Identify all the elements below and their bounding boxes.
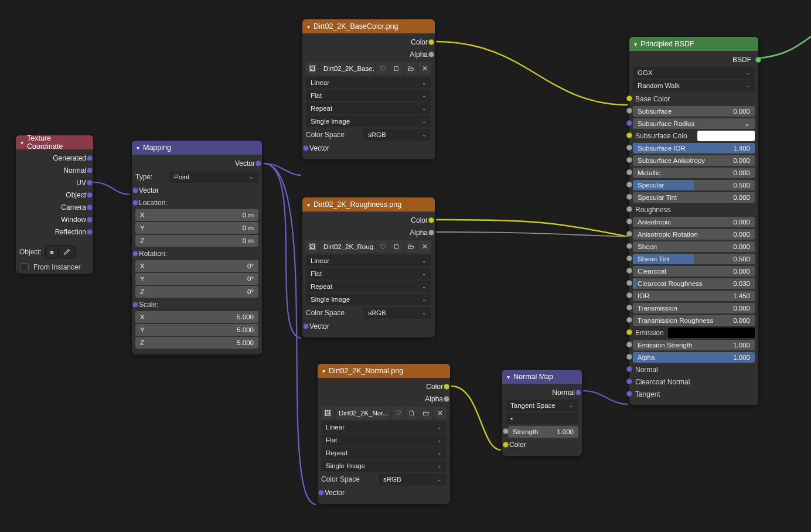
interpolation-dropdown[interactable]: Linear⌄	[321, 421, 447, 433]
socket-in[interactable]	[626, 132, 632, 138]
socket-in[interactable]	[626, 120, 632, 126]
eyedropper-icon[interactable]	[59, 246, 75, 258]
node-image-roughness[interactable]: ▾Dirt02_2K_Roughness.png Color Alpha 🖼 D…	[302, 197, 435, 337]
socket-out[interactable]	[755, 57, 761, 63]
open-image-icon[interactable]: 🗁	[420, 407, 432, 420]
socket-in[interactable]	[626, 391, 632, 397]
node-header[interactable]: ▾Principled BSDF	[629, 37, 758, 51]
node-mapping[interactable]: ▾ Mapping Vector Type: Point⌄ Vector Loc…	[132, 141, 262, 354]
axis-field[interactable]: X0 m	[135, 209, 258, 221]
socket-in[interactable]	[626, 366, 632, 372]
axis-field[interactable]: Z0°	[135, 286, 258, 298]
node-normal-map[interactable]: ▾Normal Map Normal Tangent Space⌄ • Stre…	[502, 370, 582, 456]
socket-out[interactable]	[428, 52, 434, 57]
axis-field[interactable]: Z5.000	[135, 337, 258, 349]
node-header[interactable]: ▾ Mapping	[132, 141, 262, 155]
socket-in[interactable]	[626, 169, 632, 175]
prop-field[interactable]: Anisotropic Rotation0.000	[633, 229, 755, 240]
prop-field[interactable]: Anisotropic0.000	[633, 217, 755, 227]
prop-field[interactable]: Subsurface0.000	[633, 106, 755, 117]
prop-field[interactable]: Emission Strength1.000	[633, 340, 755, 350]
node-header[interactable]: ▾Dirt02_2K_Normal.png	[318, 364, 450, 378]
socket-in[interactable]	[626, 317, 632, 323]
projection-dropdown[interactable]: Flat⌄	[306, 90, 431, 101]
prop-field[interactable]: Metallic0.000	[633, 168, 755, 178]
image-name[interactable]: Dirt02_2K_Nor...	[335, 407, 390, 420]
socket-in[interactable]	[626, 108, 632, 114]
socket-in[interactable]	[132, 200, 138, 206]
image-picker[interactable]: 🖼 Dirt02_2K_Roug... ♡ 🗋 🗁 ✕	[306, 240, 431, 253]
socket-in[interactable]	[626, 292, 632, 298]
prop-field[interactable]: Clearcoat Roughness0.030	[633, 278, 755, 289]
socket-in[interactable]	[132, 251, 138, 257]
socket-out[interactable]	[87, 155, 93, 161]
projection-dropdown[interactable]: Flat⌄	[306, 268, 431, 279]
socket-in[interactable]	[626, 342, 632, 347]
socket-out[interactable]	[428, 39, 434, 45]
socket-out[interactable]	[87, 180, 93, 186]
node-principled-bsdf[interactable]: ▾Principled BSDF BSDF GGX⌄ Random Walk⌄ …	[629, 37, 758, 405]
prop-field[interactable]: Specular0.500	[633, 180, 755, 190]
socket-in[interactable]	[318, 490, 324, 496]
socket-in[interactable]	[503, 442, 509, 448]
socket-in[interactable]	[626, 280, 632, 286]
colorspace-dropdown[interactable]: sRGB⌄	[379, 473, 447, 485]
socket-out[interactable]	[87, 204, 93, 210]
socket-out[interactable]	[444, 384, 449, 390]
prop-field[interactable]: Subsurface Anisotropy0.000	[633, 155, 755, 166]
strength-field[interactable]: Strength1.000	[508, 426, 578, 438]
fake-user-icon[interactable]: ♡	[391, 407, 404, 420]
socket-in[interactable]	[626, 231, 632, 237]
prop-field[interactable]: Clearcoat0.000	[633, 266, 755, 277]
socket-out[interactable]	[575, 390, 581, 395]
type-dropdown[interactable]: Point⌄	[169, 171, 258, 183]
new-image-icon[interactable]: 🗋	[390, 240, 403, 253]
axis-field[interactable]: X0°	[135, 260, 258, 272]
object-picker[interactable]: ■	[45, 245, 76, 258]
space-dropdown[interactable]: Tangent Space⌄	[506, 400, 578, 411]
axis-field[interactable]: Y5.000	[135, 324, 258, 336]
node-header[interactable]: ▾Normal Map	[502, 370, 582, 384]
node-image-normal[interactable]: ▾Dirt02_2K_Normal.png Color Alpha 🖼 Dirt…	[318, 364, 450, 504]
axis-field[interactable]: X5.000	[135, 311, 258, 323]
image-name[interactable]: Dirt02_2K_Roug...	[320, 240, 375, 253]
sss-method-dropdown[interactable]: Random Walk⌄	[633, 80, 755, 91]
distribution-dropdown[interactable]: GGX⌄	[633, 67, 755, 79]
prop-field[interactable]: Transmission Roughness0.000	[633, 315, 755, 326]
socket-out[interactable]	[428, 217, 434, 223]
interpolation-dropdown[interactable]: Linear⌄	[306, 77, 431, 88]
socket-out[interactable]	[87, 229, 93, 235]
interpolation-dropdown[interactable]: Linear⌄	[306, 255, 431, 267]
socket-in[interactable]	[303, 323, 309, 329]
colorspace-dropdown[interactable]: sRGB⌄	[363, 307, 431, 319]
socket-in[interactable]	[626, 268, 632, 274]
unlink-icon[interactable]: ✕	[418, 62, 431, 75]
new-image-icon[interactable]: 🗋	[406, 407, 418, 420]
socket-in[interactable]	[626, 243, 632, 249]
fake-user-icon[interactable]: ♡	[376, 240, 389, 253]
socket-out[interactable]	[444, 396, 449, 402]
colorspace-dropdown[interactable]: sRGB⌄	[363, 129, 431, 141]
socket-in[interactable]	[626, 145, 632, 151]
unlink-icon[interactable]: ✕	[418, 240, 431, 253]
new-image-icon[interactable]: 🗋	[390, 62, 403, 75]
axis-field[interactable]: Z0 m	[135, 235, 258, 247]
socket-out[interactable]	[428, 230, 434, 236]
color-swatch[interactable]	[697, 131, 755, 141]
axis-field[interactable]: Y0 m	[135, 222, 258, 234]
socket-in[interactable]	[626, 378, 632, 384]
wrap-dropdown[interactable]: Repeat⌄	[306, 103, 431, 114]
socket-out[interactable]	[87, 168, 93, 173]
frame-dropdown[interactable]: Single Image⌄	[306, 115, 431, 127]
socket-in[interactable]	[626, 255, 632, 261]
image-picker[interactable]: 🖼 Dirt02_2K_Base... ♡ 🗋 🗁 ✕	[306, 62, 431, 75]
prop-field[interactable]: IOR1.450	[633, 291, 755, 301]
image-browse-icon[interactable]: 🖼	[306, 240, 319, 253]
socket-in[interactable]	[626, 194, 632, 200]
prop-field[interactable]: Sheen Tint0.500	[633, 254, 755, 264]
socket-in[interactable]	[626, 157, 632, 163]
prop-field[interactable]: Subsurface Radius⌄	[633, 118, 755, 129]
axis-field[interactable]: Y0°	[135, 273, 258, 285]
socket-in[interactable]	[626, 182, 632, 187]
image-browse-icon[interactable]: 🖼	[306, 62, 319, 75]
